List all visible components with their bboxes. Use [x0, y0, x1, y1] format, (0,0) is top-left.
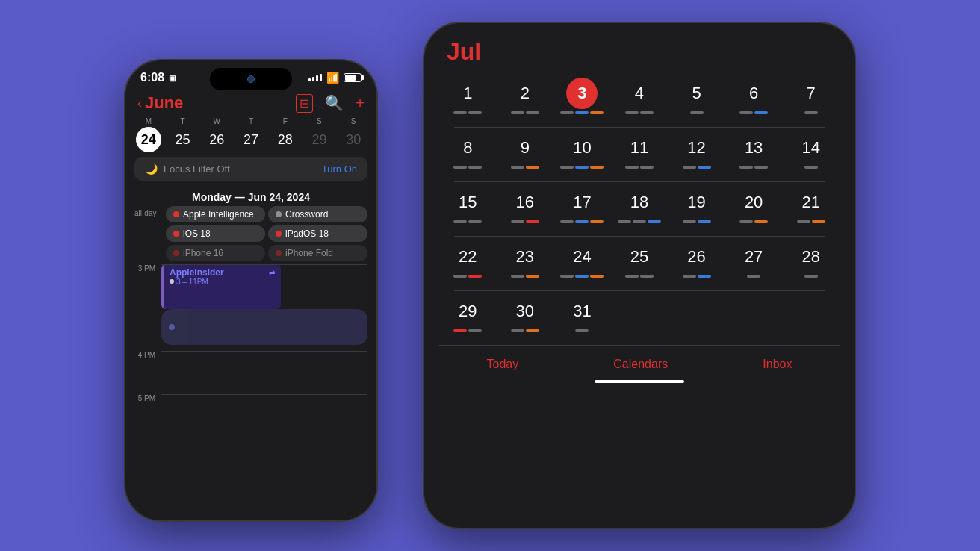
event-secondary[interactable] [161, 309, 368, 345]
event-bars-row [453, 220, 482, 223]
grid-cell-9[interactable]: 9 [497, 128, 554, 181]
nav-calendars[interactable]: Calendars [613, 358, 668, 371]
event-crossword[interactable]: Crossword [268, 206, 368, 222]
event-bar-1 [526, 166, 539, 169]
grid-cell-13[interactable]: 13 [725, 128, 783, 181]
day-24[interactable]: 24 [136, 127, 161, 152]
status-bar: 6:08 ▣ 📶 [125, 60, 376, 90]
grid-cell-25[interactable]: 25 [611, 237, 669, 290]
grid-cell-18[interactable]: 18 [611, 182, 669, 236]
date-number-12: 12 [681, 132, 713, 164]
grid-cell-30[interactable]: 30 [497, 291, 554, 345]
status-icons: 📶 [308, 72, 362, 84]
day-29[interactable]: 29 [306, 127, 332, 152]
grid-cell-11[interactable]: 11 [611, 128, 669, 181]
grid-cell-31[interactable]: 31 [553, 291, 611, 345]
time-slot-3pm: 3 PM AppleInsider ⇄ 3 – 11PM [134, 264, 368, 345]
event-bars-row [560, 220, 604, 223]
day-25[interactable]: 25 [170, 127, 196, 152]
event-bar-0 [560, 166, 574, 169]
right-calendar-header: Jul [424, 23, 855, 73]
event-bar-0 [625, 111, 639, 114]
day-26[interactable]: 26 [204, 127, 229, 152]
grid-cell-21[interactable]: 21 [782, 182, 840, 236]
date-number-31: 31 [566, 296, 598, 327]
event-bar-1 [526, 111, 539, 114]
date-number-21: 21 [796, 187, 827, 218]
grid-cell-28[interactable]: 28 [782, 237, 840, 290]
event-bars-row [511, 111, 539, 114]
grid-cell-8[interactable]: 8 [439, 128, 497, 181]
day-28[interactable]: 28 [273, 127, 298, 152]
time-3pm: 3 PM [134, 264, 155, 273]
week-row-2: 15161718192021 [439, 182, 840, 236]
event-bar-0 [511, 275, 524, 278]
event-bars-row [690, 111, 704, 114]
event-bars-row [453, 166, 482, 169]
day-30[interactable]: 30 [341, 127, 366, 152]
turn-on-button[interactable]: Turn On [322, 164, 357, 175]
grid-cell-20[interactable]: 20 [725, 182, 783, 236]
grid-cell-6[interactable]: 6 [725, 73, 783, 127]
grid-cell-empty [668, 291, 725, 345]
date-number-22: 22 [452, 241, 483, 273]
grid-cell-16[interactable]: 16 [497, 182, 554, 236]
focus-icon: 🌙 [145, 163, 158, 175]
date-number-30: 30 [509, 296, 541, 327]
back-chevron-icon[interactable]: ‹ [137, 96, 142, 111]
grid-cell-3[interactable]: 3 [553, 73, 611, 127]
day-27[interactable]: 27 [238, 127, 264, 152]
grid-cell-7[interactable]: 7 [782, 73, 840, 127]
focus-banner: 🌙 Focus Filter Off Turn On [134, 157, 368, 181]
date-number-13: 13 [738, 132, 769, 164]
grid-cell-17[interactable]: 17 [553, 182, 611, 236]
event-bar-0 [690, 111, 704, 114]
event-bar-0 [804, 275, 818, 278]
month-nav[interactable]: ‹ June [137, 93, 183, 113]
grid-cell-15[interactable]: 15 [439, 182, 497, 236]
sync-icon: ⇄ [269, 269, 275, 277]
grid-cell-10[interactable]: 10 [553, 128, 611, 181]
grid-cell-5[interactable]: 5 [668, 73, 725, 127]
grid-cell-23[interactable]: 23 [497, 237, 554, 290]
date-number-25: 25 [624, 241, 655, 273]
event-bar-1 [575, 111, 589, 114]
event-bar-2 [590, 111, 604, 114]
event-bar-1 [468, 111, 482, 114]
grid-cell-2[interactable]: 2 [497, 73, 554, 127]
grid-cell-24[interactable]: 24 [553, 237, 611, 290]
event-apple-intelligence[interactable]: Apple Intelligence [166, 206, 265, 222]
grid-cell-1[interactable]: 1 [439, 73, 497, 127]
date-number-2: 2 [509, 78, 541, 109]
event-bar-1 [575, 166, 589, 169]
allday-label: all-day [134, 206, 161, 217]
grid-cell-27[interactable]: 27 [725, 237, 783, 290]
event-bar-1 [640, 111, 654, 114]
event-appleinsider[interactable]: AppleInsider ⇄ 3 – 11PM [161, 264, 281, 309]
event-bars-row [683, 275, 711, 278]
grid-cell-4[interactable]: 4 [611, 73, 669, 127]
date-number-26: 26 [681, 241, 713, 273]
grid-cell-12[interactable]: 12 [668, 128, 725, 181]
event-bars-row [739, 220, 768, 223]
event-iphone16[interactable]: iPhone 16 [166, 245, 265, 261]
grid-cell-29[interactable]: 29 [439, 291, 497, 345]
phone-right: Jul 123456789101112131415161718192021222… [423, 22, 856, 529]
add-event-icon[interactable]: + [356, 95, 365, 112]
nav-inbox[interactable]: Inbox [763, 358, 792, 371]
calendar-view-icon[interactable]: ⊟ [296, 94, 313, 113]
search-icon[interactable]: 🔍 [325, 94, 344, 112]
event-ipados18[interactable]: iPadOS 18 [268, 225, 368, 242]
grid-cell-14[interactable]: 14 [782, 128, 840, 181]
grid-cell-19[interactable]: 19 [668, 182, 725, 236]
event-ios18[interactable]: iOS 18 [166, 225, 265, 242]
event-iphone-fold[interactable]: iPhone Fold [268, 245, 368, 261]
event-bars-row [797, 220, 825, 223]
grid-cell-22[interactable]: 22 [439, 237, 497, 290]
month-label[interactable]: June [145, 93, 183, 113]
date-number-4: 4 [624, 78, 655, 109]
grid-cell-26[interactable]: 26 [668, 237, 725, 290]
event-bars-row [575, 329, 589, 332]
week-col-thu: T 27 [234, 117, 268, 152]
nav-today[interactable]: Today [487, 358, 519, 371]
